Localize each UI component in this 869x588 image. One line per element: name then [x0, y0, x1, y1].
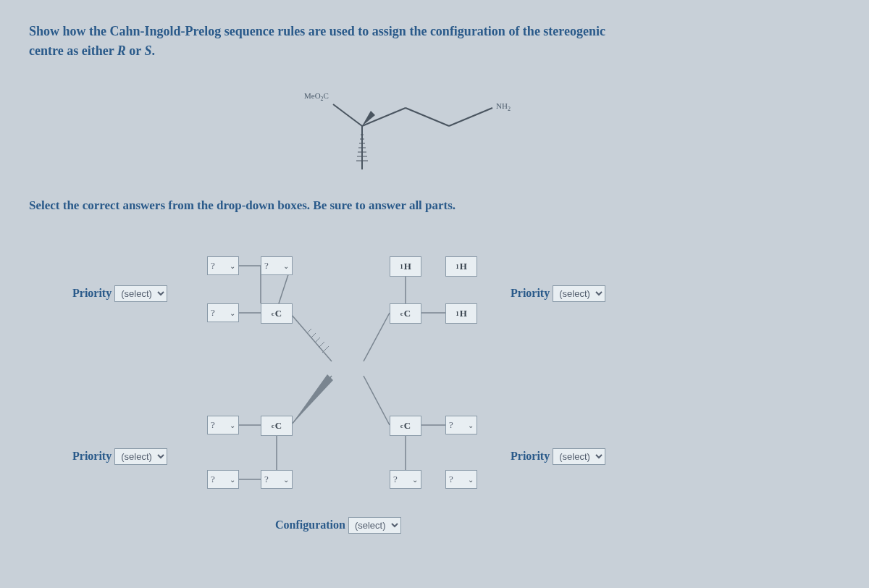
- molecule-nh2-label: NH2: [496, 101, 511, 112]
- svg-line-30: [291, 376, 332, 425]
- atom-select-br-1[interactable]: ?⌄: [445, 416, 477, 434]
- atom-box-tl-c: cC: [261, 303, 293, 324]
- priority-top-right: Priority (select): [511, 285, 605, 302]
- svg-line-18: [291, 314, 332, 361]
- priority-bottom-left: Priority (select): [72, 448, 167, 465]
- svg-line-4: [449, 108, 492, 126]
- question-line-2a: centre as either: [29, 43, 117, 58]
- question-s: S: [144, 43, 151, 58]
- priority-label-text: Priority: [511, 287, 550, 299]
- atom-select-bl-2[interactable]: ?⌄: [207, 470, 239, 489]
- svg-line-23: [322, 346, 329, 353]
- svg-line-19: [308, 329, 311, 332]
- priority-select-top-left[interactable]: (select): [114, 285, 167, 302]
- atom-select-tl-1[interactable]: ?⌄: [207, 256, 239, 275]
- priority-label-text: Priority: [72, 450, 112, 462]
- atom-box-br-c: cC: [390, 416, 421, 436]
- svg-marker-31: [291, 374, 333, 425]
- priority-select-bottom-right[interactable]: (select): [553, 448, 605, 465]
- svg-line-26: [364, 313, 390, 361]
- configuration-select[interactable]: (select): [348, 517, 401, 534]
- question-prompt: Show how the Cahn-Ingold-Prelog sequence…: [29, 22, 840, 61]
- cip-diagram: Priority (select) Priority (select) Prio…: [29, 231, 840, 535]
- svg-line-22: [319, 342, 324, 348]
- svg-line-0: [333, 104, 362, 126]
- priority-top-left: Priority (select): [72, 285, 167, 302]
- priority-select-bottom-left[interactable]: (select): [114, 448, 167, 465]
- svg-line-21: [315, 337, 320, 343]
- priority-select-top-right[interactable]: (select): [553, 285, 605, 302]
- atom-box-tr-h1: 1H: [390, 256, 421, 277]
- configuration-label: Configuration: [275, 518, 345, 531]
- atom-box-tr-h3: 1H: [445, 303, 477, 324]
- svg-line-20: [311, 333, 316, 337]
- atom-box-bl-c: cC: [261, 416, 293, 436]
- priority-label-text: Priority: [72, 287, 112, 299]
- atom-select-br-2[interactable]: ?⌄: [390, 470, 421, 489]
- configuration-row: Configuration (select): [275, 517, 401, 534]
- priority-bottom-right: Priority (select): [511, 448, 605, 465]
- question-end: .: [152, 43, 156, 58]
- molecule-meo2c-label: MeO2C: [304, 91, 329, 102]
- atom-select-bl-1[interactable]: ?⌄: [207, 416, 239, 434]
- svg-line-34: [364, 376, 390, 425]
- molecule-structure: MeO2C NH2: [29, 75, 840, 191]
- question-line-1: Show how the Cahn-Ingold-Prelog sequence…: [29, 24, 605, 38]
- svg-line-3: [406, 108, 449, 126]
- atom-select-tl-2[interactable]: ?⌄: [261, 256, 293, 275]
- question-r: R: [117, 43, 126, 58]
- atom-select-bl-3[interactable]: ?⌄: [261, 470, 293, 489]
- atom-select-br-3[interactable]: ?⌄: [445, 470, 477, 489]
- question-or: or: [126, 43, 145, 58]
- atom-select-tl-3[interactable]: ?⌄: [207, 303, 239, 322]
- atom-box-tr-h2: 1H: [445, 256, 477, 277]
- priority-label-text: Priority: [511, 450, 550, 462]
- instruction-text: Select the correct answers from the drop…: [29, 198, 840, 213]
- atom-box-tr-c: cC: [390, 303, 421, 324]
